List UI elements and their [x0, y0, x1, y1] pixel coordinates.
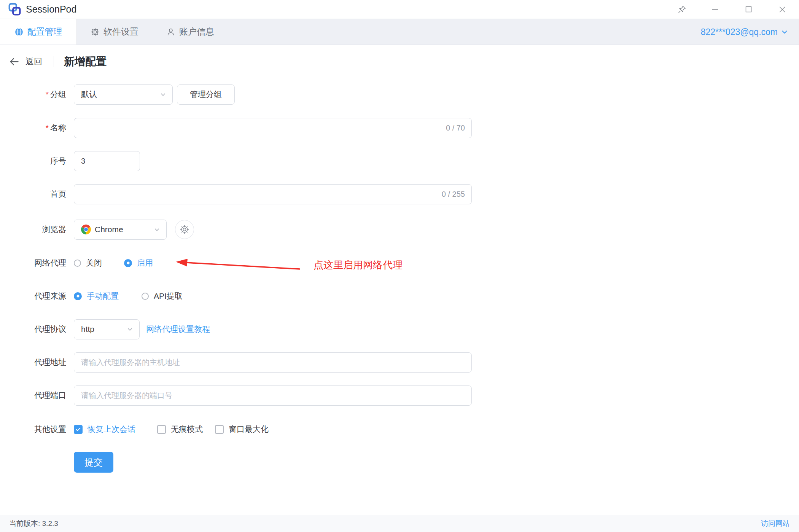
account-email: 822***023@qq.com — [701, 27, 778, 37]
form-row-home: 首页 0 / 255 — [0, 184, 609, 204]
user-icon — [166, 27, 175, 37]
footer: 当前版本: 3.2.3 访问网站 — [0, 515, 799, 532]
tab-config-management[interactable]: 配置管理 — [0, 19, 77, 45]
radio-api-extract[interactable] — [142, 293, 149, 300]
tab-label: 配置管理 — [27, 26, 62, 38]
back-label[interactable]: 返回 — [25, 56, 42, 67]
radio-manual-config[interactable] — [74, 292, 82, 300]
maximize-button[interactable] — [732, 0, 766, 19]
chrome-icon — [81, 225, 91, 234]
checkbox-restore-session-label[interactable]: 恢复上次会话 — [88, 424, 135, 435]
gear-icon — [91, 27, 100, 37]
radio-proxy-on-label[interactable]: 启用 — [137, 258, 153, 268]
name-label: *名称 — [0, 123, 66, 133]
close-icon — [778, 5, 787, 14]
chevron-down-icon — [781, 28, 788, 36]
app-logo-icon — [8, 2, 22, 17]
radio-proxy-on[interactable] — [124, 259, 132, 267]
minimize-button[interactable] — [699, 0, 732, 19]
window-controls — [665, 0, 799, 19]
tab-label: 账户信息 — [179, 26, 214, 38]
form-row-browser: 浏览器 Chrome — [0, 219, 609, 240]
chevron-down-icon — [154, 226, 160, 233]
proxy-protocol-value: http — [81, 325, 127, 334]
browser-settings-button[interactable] — [175, 220, 194, 239]
proxy-port-label: 代理端口 — [0, 390, 66, 401]
proxy-switch-label: 网络代理 — [0, 258, 66, 268]
browser-label: 浏览器 — [0, 224, 66, 235]
annotation-arrow — [171, 257, 304, 274]
submit-button[interactable]: 提交 — [74, 452, 113, 473]
seq-input[interactable] — [74, 151, 140, 171]
form-row-other-settings: 其他设置 恢复上次会话 无痕模式 窗口最大化 — [0, 419, 609, 440]
tab-account-info[interactable]: 账户信息 — [152, 19, 228, 45]
radio-proxy-off[interactable] — [74, 260, 81, 267]
form-row-proxy-port: 代理端口 — [0, 385, 609, 406]
group-select[interactable]: 默认 — [74, 84, 173, 105]
close-button[interactable] — [766, 0, 799, 19]
tab-software-settings[interactable]: 软件设置 — [77, 19, 152, 45]
annotation-text: 点这里启用网络代理 — [314, 258, 403, 272]
checkbox-maximize-window[interactable] — [215, 425, 224, 434]
home-label: 首页 — [0, 189, 66, 199]
form-row-proxy-protocol: 代理协议 http 网络代理设置教程 — [0, 319, 609, 339]
other-settings-label: 其他设置 — [0, 424, 66, 435]
checkbox-incognito-label[interactable]: 无痕模式 — [171, 424, 203, 435]
manage-group-button[interactable]: 管理分组 — [177, 84, 235, 105]
gear-icon — [180, 225, 189, 234]
tab-bar: 配置管理 软件设置 账户信息 — [0, 19, 799, 45]
title-bar: SessionPod — [0, 0, 799, 19]
page-title: 新增配置 — [64, 54, 107, 69]
group-select-value: 默认 — [81, 89, 160, 100]
back-button[interactable] — [9, 56, 20, 67]
homepage-input[interactable] — [74, 184, 472, 204]
arrow-left-icon — [9, 56, 19, 67]
proxy-source-label: 代理来源 — [0, 291, 66, 301]
proxy-host-input[interactable] — [74, 352, 472, 373]
form-row-seq: 序号 — [0, 151, 609, 171]
website-link[interactable]: 访问网站 — [761, 519, 790, 529]
name-input[interactable] — [74, 118, 472, 138]
form-row-proxy-source: 代理来源 手动配置 API提取 — [0, 286, 609, 306]
form-row-name: *名称 0 / 70 — [0, 118, 609, 138]
radio-api-extract-label[interactable]: API提取 — [154, 291, 183, 301]
page-head: 返回 新增配置 — [9, 53, 107, 70]
maximize-icon — [744, 5, 753, 14]
check-icon — [75, 427, 81, 432]
divider — [54, 56, 54, 67]
pin-icon — [677, 5, 686, 14]
chevron-down-icon — [127, 326, 133, 333]
account-menu[interactable]: 822***023@qq.com — [701, 19, 788, 45]
version-text: 当前版本: 3.2.3 — [9, 519, 58, 529]
pin-button[interactable] — [665, 0, 699, 19]
checkbox-maximize-window-label[interactable]: 窗口最大化 — [229, 424, 269, 435]
minimize-icon — [711, 5, 720, 14]
checkbox-incognito[interactable] — [157, 425, 166, 434]
proxy-tutorial-link[interactable]: 网络代理设置教程 — [146, 324, 210, 334]
checkbox-restore-session[interactable] — [74, 425, 83, 434]
seq-label: 序号 — [0, 156, 66, 166]
chevron-down-icon — [160, 91, 166, 98]
proxy-protocol-label: 代理协议 — [0, 324, 66, 334]
browser-select-value: Chrome — [95, 225, 150, 234]
proxy-host-label: 代理地址 — [0, 357, 66, 368]
radio-proxy-off-label[interactable]: 关闭 — [86, 258, 102, 268]
form-row-group: *分组 默认 管理分组 — [0, 84, 609, 105]
app-title: SessionPod — [26, 4, 76, 15]
browser-select[interactable]: Chrome — [74, 220, 167, 240]
radio-manual-config-label[interactable]: 手动配置 — [87, 291, 119, 301]
tab-label: 软件设置 — [103, 26, 138, 38]
form-row-proxy-host: 代理地址 — [0, 352, 609, 373]
proxy-protocol-select[interactable]: http — [74, 319, 140, 339]
group-label: *分组 — [0, 89, 66, 100]
proxy-port-input[interactable] — [74, 385, 472, 406]
globe-icon — [14, 27, 24, 37]
form-row-proxy-switch: 网络代理 关闭 启用 — [0, 253, 609, 273]
